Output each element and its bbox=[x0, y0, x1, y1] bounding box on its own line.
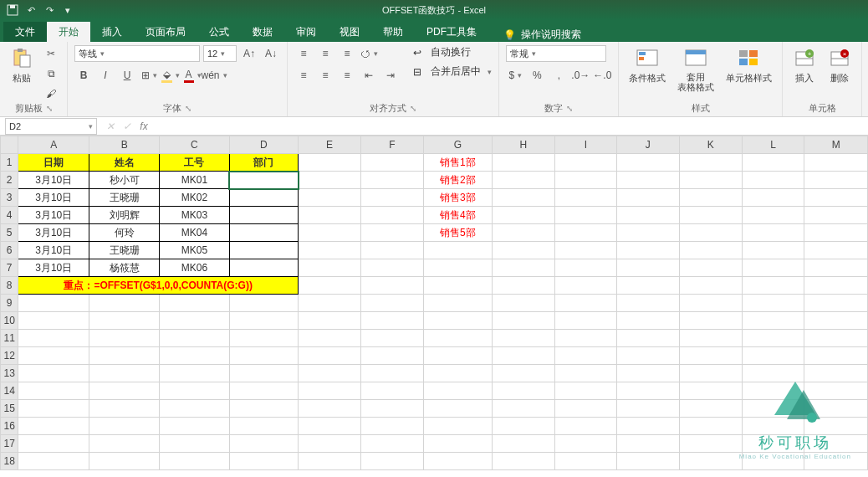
cell[interactable] bbox=[554, 242, 616, 259]
cell[interactable]: 重点：=OFFSET(G$1,0,0,COUNTA(G:G)) bbox=[18, 277, 299, 295]
undo-icon[interactable]: ↶ bbox=[23, 3, 38, 18]
column-header[interactable]: J bbox=[617, 136, 680, 154]
cell[interactable] bbox=[679, 365, 742, 382]
cell[interactable] bbox=[361, 207, 424, 224]
cell[interactable] bbox=[804, 365, 868, 382]
align-right-icon[interactable]: ≡ bbox=[338, 67, 356, 84]
border-button[interactable]: ⊞ bbox=[140, 67, 158, 84]
cell[interactable] bbox=[361, 400, 424, 418]
cell[interactable] bbox=[299, 312, 361, 330]
cell[interactable] bbox=[554, 453, 616, 470]
row-header[interactable]: 7 bbox=[1, 259, 18, 277]
indent-decrease-icon[interactable]: ⇤ bbox=[360, 67, 378, 84]
cell[interactable] bbox=[554, 435, 616, 453]
cell[interactable] bbox=[617, 382, 680, 400]
cell[interactable] bbox=[299, 172, 361, 189]
cell[interactable] bbox=[804, 435, 868, 453]
row-header[interactable]: 18 bbox=[1, 453, 18, 470]
cell[interactable] bbox=[742, 259, 804, 277]
cell[interactable] bbox=[89, 295, 160, 312]
cell[interactable] bbox=[89, 330, 160, 347]
cell[interactable] bbox=[804, 277, 868, 295]
cell[interactable] bbox=[804, 382, 868, 400]
cell[interactable]: 3月10日 bbox=[18, 259, 89, 277]
cell[interactable] bbox=[299, 330, 361, 347]
align-middle-icon[interactable]: ≡ bbox=[316, 45, 334, 62]
cell[interactable] bbox=[679, 172, 742, 189]
cell[interactable] bbox=[423, 330, 492, 347]
cell[interactable] bbox=[299, 224, 361, 242]
column-header[interactable]: E bbox=[299, 136, 361, 154]
cell[interactable] bbox=[229, 365, 298, 382]
cell[interactable] bbox=[742, 207, 804, 224]
cell[interactable] bbox=[423, 400, 492, 418]
tab-layout[interactable]: 页面布局 bbox=[134, 22, 197, 42]
row-header[interactable]: 10 bbox=[1, 312, 18, 330]
cell[interactable] bbox=[679, 330, 742, 347]
cell[interactable] bbox=[679, 312, 742, 330]
cell-styles-button[interactable]: 单元格样式 bbox=[722, 45, 775, 86]
cell[interactable] bbox=[804, 418, 868, 435]
cell[interactable] bbox=[229, 435, 298, 453]
cell[interactable] bbox=[742, 382, 804, 400]
percent-icon[interactable]: % bbox=[528, 67, 546, 84]
cell[interactable] bbox=[679, 189, 742, 207]
cell[interactable] bbox=[742, 242, 804, 259]
cell[interactable] bbox=[742, 453, 804, 470]
cell[interactable] bbox=[89, 365, 160, 382]
cell[interactable] bbox=[492, 382, 554, 400]
cell[interactable] bbox=[229, 382, 298, 400]
cell[interactable] bbox=[423, 435, 492, 453]
cell[interactable] bbox=[18, 365, 89, 382]
cell[interactable] bbox=[554, 382, 616, 400]
cell[interactable] bbox=[18, 453, 89, 470]
cell[interactable] bbox=[229, 189, 298, 207]
tell-me-search[interactable]: 💡 操作说明搜索 bbox=[503, 28, 581, 42]
phonetic-button[interactable]: wén bbox=[205, 67, 223, 84]
cell[interactable] bbox=[229, 418, 298, 435]
cell[interactable] bbox=[361, 172, 424, 189]
redo-icon[interactable]: ↷ bbox=[42, 3, 57, 18]
column-header[interactable]: A bbox=[18, 136, 89, 154]
align-top-icon[interactable]: ≡ bbox=[294, 45, 313, 62]
cell[interactable] bbox=[492, 435, 554, 453]
cell[interactable] bbox=[617, 312, 680, 330]
table-format-button[interactable]: 套用 表格格式 bbox=[674, 45, 717, 94]
cell[interactable] bbox=[160, 400, 229, 418]
cell[interactable] bbox=[361, 312, 424, 330]
row-header[interactable]: 15 bbox=[1, 400, 18, 418]
column-header[interactable]: G bbox=[423, 136, 492, 154]
row-header[interactable]: 11 bbox=[1, 330, 18, 347]
cell[interactable] bbox=[617, 259, 680, 277]
cell[interactable]: 刘明辉 bbox=[89, 207, 160, 224]
cell[interactable] bbox=[679, 453, 742, 470]
cell[interactable] bbox=[492, 277, 554, 295]
cell[interactable] bbox=[423, 277, 492, 295]
cell[interactable]: 销售5部 bbox=[423, 224, 492, 242]
row-header[interactable]: 8 bbox=[1, 277, 18, 295]
tab-insert[interactable]: 插入 bbox=[90, 22, 134, 42]
cell[interactable]: 销售2部 bbox=[423, 172, 492, 189]
column-header[interactable]: H bbox=[492, 136, 554, 154]
cell[interactable] bbox=[229, 224, 298, 242]
row-header[interactable]: 14 bbox=[1, 382, 18, 400]
cell[interactable] bbox=[617, 172, 680, 189]
cell[interactable] bbox=[361, 277, 424, 295]
cell[interactable] bbox=[804, 453, 868, 470]
cell[interactable] bbox=[617, 189, 680, 207]
format-painter-icon[interactable]: 🖌 bbox=[42, 85, 60, 102]
column-header[interactable]: F bbox=[361, 136, 424, 154]
cell[interactable] bbox=[18, 435, 89, 453]
cell[interactable] bbox=[742, 312, 804, 330]
cell[interactable]: 秒小可 bbox=[89, 172, 160, 189]
cell[interactable] bbox=[299, 207, 361, 224]
cell[interactable] bbox=[804, 295, 868, 312]
cell[interactable] bbox=[160, 435, 229, 453]
column-header[interactable]: M bbox=[804, 136, 868, 154]
font-color-button[interactable]: A bbox=[183, 67, 202, 84]
bold-button[interactable]: B bbox=[74, 67, 93, 84]
cell[interactable] bbox=[361, 224, 424, 242]
increase-decimal-icon[interactable]: .0→ bbox=[571, 67, 590, 84]
cell[interactable] bbox=[229, 453, 298, 470]
row-header[interactable]: 1 bbox=[1, 154, 18, 172]
